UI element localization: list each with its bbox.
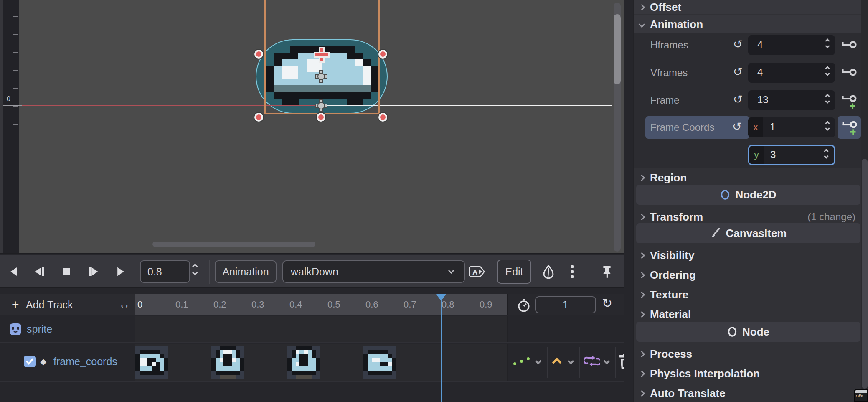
- section-animation[interactable]: Animation: [634, 15, 868, 33]
- viewport-2d[interactable]: 0: [0, 0, 624, 254]
- sprite-track-lane[interactable]: [135, 316, 507, 342]
- update-mode-dropdown-icon[interactable]: [535, 358, 542, 365]
- viewport-hscrollbar-thumb[interactable]: [152, 242, 315, 247]
- section-region[interactable]: Region: [634, 169, 868, 186]
- play-backwards-from-end-button[interactable]: [29, 261, 50, 282]
- keyframe-thumbnail[interactable]: [135, 346, 168, 379]
- section-auto-translate[interactable]: Auto Translate: [634, 384, 868, 402]
- frame-input[interactable]: 13: [748, 90, 835, 110]
- viewport-vscrollbar-thumb[interactable]: [614, 14, 621, 84]
- resize-handle-right[interactable]: [378, 50, 387, 59]
- vertical-ruler: 0: [0, 0, 19, 254]
- playhead-grabber[interactable]: [436, 294, 446, 301]
- class-header-node[interactable]: Node: [636, 322, 860, 342]
- animation-menu-button[interactable]: Animation: [215, 260, 277, 283]
- timeline-length-controls: 1 ↻: [507, 294, 624, 315]
- track-row-frame-coords[interactable]: ◆ frame_coords: [0, 344, 624, 382]
- class-header-canvasitem[interactable]: CanvasItem: [636, 223, 860, 243]
- class-header-node2d[interactable]: Node2D: [636, 185, 860, 205]
- revert-icon[interactable]: ↺: [732, 120, 742, 133]
- keyframe-thumbnail[interactable]: [287, 346, 320, 379]
- keyframe-lane[interactable]: [135, 344, 507, 381]
- animation-select-dropdown[interactable]: walkDown: [282, 260, 465, 283]
- toolbar-separator: [591, 260, 591, 284]
- pin-button[interactable]: [596, 261, 617, 282]
- pan-timeline-icon[interactable]: ↔: [119, 298, 130, 311]
- add-track-button[interactable]: Add Track: [26, 299, 73, 311]
- sprite-center-marker[interactable]: [316, 71, 327, 82]
- section-texture[interactable]: Texture: [634, 286, 868, 303]
- key-icon[interactable]: [841, 67, 858, 79]
- resize-handle-bottom[interactable]: [317, 113, 325, 122]
- viewport-ruler-tick: [13, 142, 18, 142]
- timeline-header: + Add Track ↔ 00.10.20.30.40.50.60.70.80…: [0, 294, 624, 315]
- property-label[interactable]: Hframes: [650, 39, 688, 51]
- section-label: Transform: [650, 211, 703, 224]
- ruler-tick-label: 0.4: [289, 299, 302, 310]
- dock-splitter[interactable]: [624, 0, 634, 402]
- loop-wrap-dropdown-icon[interactable]: [604, 358, 610, 365]
- autoplay-on-load-button[interactable]: A: [467, 261, 487, 282]
- track-row-sprite[interactable]: sprite: [0, 316, 624, 343]
- track-property-name[interactable]: frame_coords: [53, 356, 117, 368]
- class-name: CanvasItem: [726, 227, 787, 240]
- property-label[interactable]: Vframes: [650, 67, 688, 79]
- resize-handle-left[interactable]: [254, 50, 263, 59]
- key-add-icon[interactable]: [841, 94, 858, 106]
- ruler-tick-label: 0.5: [327, 299, 340, 310]
- edit-button[interactable]: Edit: [497, 260, 531, 284]
- viewport-rect-left-edge: [322, 106, 322, 247]
- interpolation-dropdown-icon[interactable]: [568, 358, 574, 365]
- section-ordering[interactable]: Ordering: [634, 266, 868, 284]
- property-label[interactable]: Frame Coords: [650, 122, 714, 133]
- node-origin-marker[interactable]: [316, 100, 327, 111]
- section-label: Material: [650, 308, 691, 321]
- stopwatch-icon: [517, 298, 531, 312]
- frame-coords-x-input[interactable]: x 1: [748, 117, 835, 137]
- section-material[interactable]: Material: [634, 305, 868, 323]
- value: 3: [770, 149, 776, 160]
- key-add-icon[interactable]: [838, 116, 861, 139]
- resize-handle-bottom-right[interactable]: [378, 113, 387, 122]
- hframes-input[interactable]: 4: [748, 35, 835, 55]
- loop-animation-icon[interactable]: ↻: [602, 296, 612, 310]
- section-visibility[interactable]: Visibility: [634, 247, 868, 264]
- playback-position-input[interactable]: 0.8: [140, 260, 190, 283]
- sprite-track-controls: [507, 316, 624, 342]
- property-row-hframes: Hframes ↺ 4: [634, 35, 868, 55]
- interpolation-mode-icon[interactable]: [552, 358, 562, 367]
- inspector-scrollbar-thumb[interactable]: [862, 159, 868, 389]
- timeline-ruler[interactable]: 00.10.20.30.40.50.60.70.80.9: [135, 294, 507, 315]
- section-physics-interpolation[interactable]: Physics Interpolation: [634, 365, 868, 382]
- resize-handle-bottom-left[interactable]: [254, 113, 263, 122]
- ruler-tick-label: 0.3: [251, 299, 264, 310]
- section-offset[interactable]: Offset: [634, 0, 868, 14]
- revert-icon[interactable]: ↺: [733, 93, 743, 106]
- stop-button[interactable]: [56, 261, 77, 282]
- section-process[interactable]: Process: [634, 345, 868, 363]
- playhead-line[interactable]: [441, 294, 442, 402]
- animation-length-input[interactable]: 1: [535, 296, 596, 313]
- frame-coords-y-input[interactable]: y 3: [748, 145, 835, 165]
- play-button[interactable]: [110, 261, 131, 282]
- play-from-start-button[interactable]: [83, 261, 104, 282]
- loop-wrap-mode-icon[interactable]: [584, 356, 600, 366]
- play-backwards-button[interactable]: [3, 261, 24, 282]
- vframes-input[interactable]: 4: [748, 63, 835, 83]
- node2d-icon: [720, 190, 730, 200]
- revert-icon[interactable]: ↺: [733, 38, 743, 51]
- key-icon[interactable]: [841, 39, 858, 51]
- node-icon: [727, 327, 737, 337]
- section-label: Process: [650, 348, 692, 361]
- keyframe-thumbnail[interactable]: [363, 346, 396, 379]
- track-enabled-checkbox[interactable]: [24, 356, 36, 367]
- position-stepper[interactable]: [193, 265, 197, 275]
- property-row-vframes: Vframes ↺ 4: [634, 63, 868, 83]
- onion-skinning-button[interactable]: [538, 261, 559, 282]
- track-node-name[interactable]: sprite: [27, 323, 52, 335]
- kebab-menu-button[interactable]: [565, 261, 580, 282]
- pivot-crosshair-icon[interactable]: [315, 48, 328, 61]
- revert-icon[interactable]: ↺: [733, 65, 743, 79]
- keyframe-thumbnail[interactable]: [211, 346, 244, 379]
- property-label[interactable]: Frame: [650, 94, 679, 106]
